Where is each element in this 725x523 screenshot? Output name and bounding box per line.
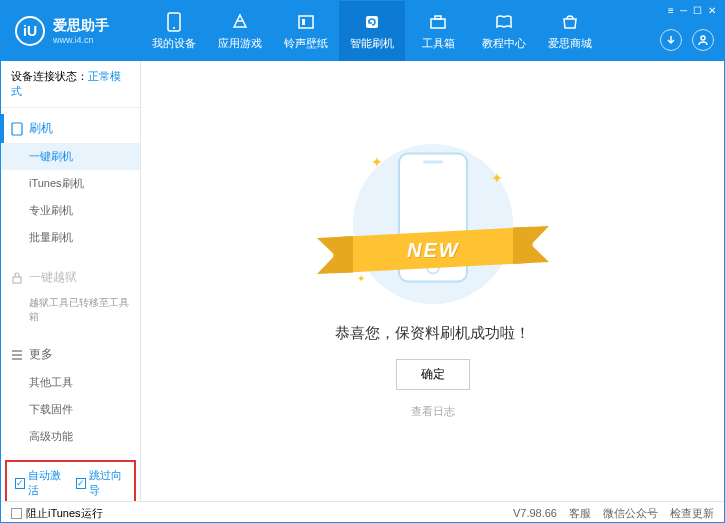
app-title: 爱思助手: [53, 17, 109, 35]
checkbox-block-itunes[interactable]: 阻止iTunes运行: [11, 506, 103, 521]
nav-tutorial[interactable]: 教程中心: [471, 1, 537, 61]
status-bar: 阻止iTunes运行 V7.98.66 客服 微信公众号 检查更新: [1, 501, 724, 523]
svg-rect-6: [435, 16, 441, 19]
list-icon: [11, 350, 23, 360]
maximize-icon[interactable]: ☐: [693, 5, 702, 16]
download-button[interactable]: [660, 29, 682, 51]
checkbox-skip-guide[interactable]: ✓跳过向导: [76, 468, 127, 498]
success-illustration: ✦ ✦ ✦ NEW: [353, 144, 513, 304]
main-content: ✦ ✦ ✦ NEW 恭喜您，保资料刷机成功啦！ 确定 查看日志: [141, 61, 724, 501]
sidebar-head-jailbreak[interactable]: 一键越狱: [1, 263, 140, 292]
success-message: 恭喜您，保资料刷机成功啦！: [335, 324, 530, 343]
store-icon: [560, 12, 580, 32]
update-link[interactable]: 检查更新: [670, 506, 714, 521]
view-log-link[interactable]: 查看日志: [411, 404, 455, 419]
checkbox-auto-activate[interactable]: ✓自动激活: [15, 468, 66, 498]
jailbreak-note: 越狱工具已转移至工具箱: [1, 292, 140, 328]
apps-icon: [230, 12, 250, 32]
svg-rect-4: [366, 16, 378, 28]
nav-ringtones[interactable]: 铃声壁纸: [273, 1, 339, 61]
sidebar-head-flash[interactable]: 刷机: [1, 114, 140, 143]
minimize-icon[interactable]: ─: [680, 5, 687, 16]
sidebar-item-oneclick[interactable]: 一键刷机: [1, 143, 140, 170]
wallpaper-icon: [296, 12, 316, 32]
sidebar-item-pro[interactable]: 专业刷机: [1, 197, 140, 224]
app-logo-icon: iU: [15, 16, 45, 46]
svg-rect-8: [12, 123, 22, 135]
svg-point-1: [173, 27, 175, 29]
svg-rect-3: [302, 19, 305, 25]
nav-toolbox[interactable]: 工具箱: [405, 1, 471, 61]
toolbox-icon: [428, 12, 448, 32]
wechat-link[interactable]: 微信公众号: [603, 506, 658, 521]
nav-apps[interactable]: 应用游戏: [207, 1, 273, 61]
phone-small-icon: [11, 122, 23, 136]
service-link[interactable]: 客服: [569, 506, 591, 521]
ok-button[interactable]: 确定: [396, 359, 470, 390]
sidebar-head-more[interactable]: 更多: [1, 340, 140, 369]
sidebar-item-firmware[interactable]: 下载固件: [1, 396, 140, 423]
version-label: V7.98.66: [513, 507, 557, 519]
nav-my-device[interactable]: 我的设备: [141, 1, 207, 61]
nav-store[interactable]: 爱思商城: [537, 1, 603, 61]
svg-rect-2: [299, 16, 313, 28]
book-icon: [494, 12, 514, 32]
main-nav: 我的设备 应用游戏 铃声壁纸 智能刷机 工具箱 教程中心 爱思商城: [141, 1, 724, 61]
svg-point-7: [701, 36, 705, 40]
user-button[interactable]: [692, 29, 714, 51]
nav-flash[interactable]: 智能刷机: [339, 1, 405, 61]
settings-menu-icon[interactable]: ≡: [668, 5, 674, 16]
options-box: ✓自动激活 ✓跳过向导: [5, 460, 136, 501]
svg-rect-9: [13, 277, 21, 283]
sidebar: 设备连接状态：正常模式 刷机 一键刷机 iTunes刷机 专业刷机 批量刷机 一…: [1, 61, 141, 501]
sidebar-item-other[interactable]: 其他工具: [1, 369, 140, 396]
refresh-icon: [362, 12, 382, 32]
sidebar-item-batch[interactable]: 批量刷机: [1, 224, 140, 251]
title-bar: iU 爱思助手 www.i4.cn 我的设备 应用游戏 铃声壁纸 智能刷机 工具…: [1, 1, 724, 61]
app-site: www.i4.cn: [53, 35, 109, 45]
logo-area: iU 爱思助手 www.i4.cn: [1, 16, 141, 46]
lock-icon: [11, 272, 23, 284]
window-controls: ≡ ─ ☐ ✕: [668, 5, 716, 16]
sidebar-item-itunes[interactable]: iTunes刷机: [1, 170, 140, 197]
close-icon[interactable]: ✕: [708, 5, 716, 16]
svg-rect-5: [431, 19, 445, 28]
phone-icon: [164, 12, 184, 32]
sidebar-item-advanced[interactable]: 高级功能: [1, 423, 140, 450]
connection-status: 设备连接状态：正常模式: [1, 61, 140, 108]
